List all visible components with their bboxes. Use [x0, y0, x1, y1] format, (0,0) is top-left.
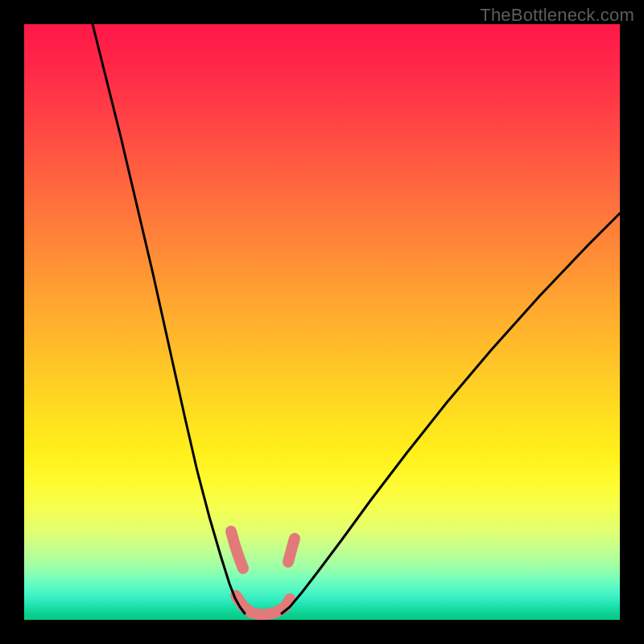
valley-highlight-segment: [231, 531, 243, 568]
valley-highlight-segment: [288, 539, 295, 562]
plot-area: [24, 24, 620, 620]
chart-frame: TheBottleneck.com: [0, 0, 644, 644]
right-curve: [282, 213, 620, 613]
left-curve: [93, 24, 245, 613]
curves-svg: [24, 24, 620, 620]
watermark-text: TheBottleneck.com: [480, 5, 634, 26]
